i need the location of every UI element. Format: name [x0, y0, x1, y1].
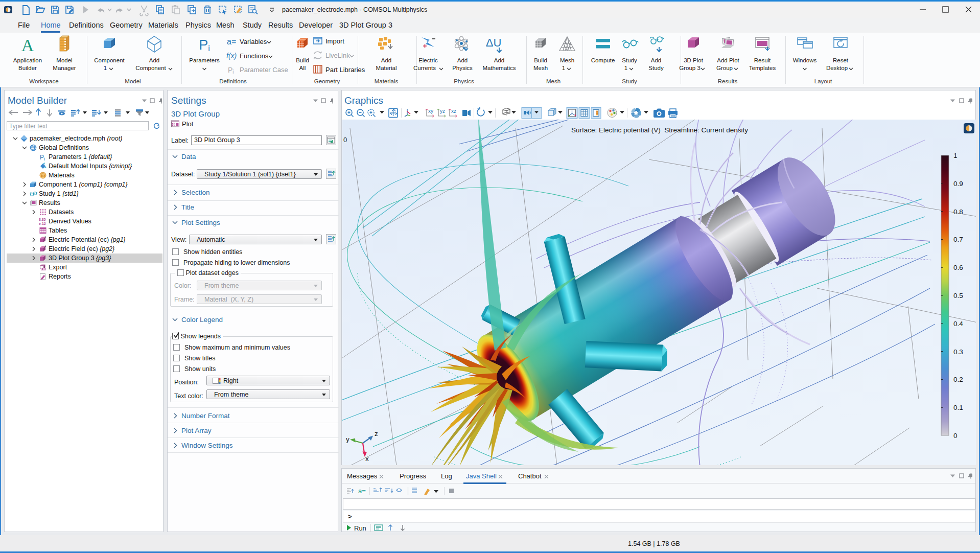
svg-text:Geometry: Geometry	[314, 78, 340, 84]
svg-text:*: *	[44, 236, 46, 240]
svg-text:0.5: 0.5	[953, 292, 963, 299]
svg-text:Parameters: Parameters	[189, 57, 220, 63]
svg-text:*: *	[44, 245, 46, 249]
svg-text:Component: Component	[135, 65, 166, 71]
svg-text:a=: a=	[227, 37, 236, 46]
svg-text:Group: Group	[716, 65, 733, 71]
svg-text:Pi: Pi	[228, 66, 234, 75]
svg-text:0.6: 0.6	[953, 264, 963, 271]
svg-text:Group 3: Group 3	[679, 65, 701, 71]
svg-text:Part Libraries: Part Libraries	[325, 66, 365, 74]
svg-text:0.9: 0.9	[953, 180, 963, 188]
svg-text:xy: xy	[428, 108, 433, 114]
svg-text:yz: yz	[440, 108, 445, 114]
svg-text:0: 0	[953, 432, 958, 440]
svg-text:Physics: Physics	[452, 65, 473, 71]
svg-text:Compute: Compute	[591, 57, 615, 63]
svg-text:P: P	[40, 154, 44, 161]
svg-text:Variables: Variables	[240, 38, 267, 45]
svg-text:Electric: Electric	[418, 57, 438, 63]
svg-text:Mesh: Mesh	[560, 57, 574, 63]
svg-text:Study: Study	[622, 78, 637, 84]
svg-text:e-12: e-12	[39, 222, 46, 225]
svg-text:Model: Model	[125, 78, 141, 84]
svg-text:xz: xz	[451, 108, 456, 114]
svg-text:a=: a=	[358, 487, 366, 495]
svg-text:Model: Model	[56, 57, 72, 63]
svg-text:A: A	[21, 36, 34, 55]
svg-text:Mesh: Mesh	[533, 65, 548, 71]
svg-text:Add: Add	[381, 57, 391, 63]
svg-text:1: 1	[104, 65, 107, 71]
svg-text:0.2: 0.2	[953, 376, 963, 383]
svg-text:Add: Add	[651, 57, 661, 63]
svg-text:pacemaker_electrode.mph - COMS: pacemaker_electrode.mph - COMSOL Multiph…	[282, 6, 427, 13]
svg-text:3D Plot: 3D Plot	[684, 57, 704, 63]
svg-text:Add: Add	[457, 57, 468, 63]
svg-text:Component: Component	[94, 57, 125, 63]
svg-text:Import: Import	[325, 37, 344, 45]
svg-text:0.1: 0.1	[953, 404, 963, 411]
svg-text:Reset: Reset	[833, 57, 849, 63]
svg-text:ΔU: ΔU	[486, 36, 502, 49]
svg-text:Templates: Templates	[749, 65, 776, 71]
svg-text:y: y	[346, 435, 349, 443]
svg-text:Run: Run	[354, 524, 366, 532]
svg-text:1: 1	[624, 65, 627, 71]
svg-text:Manager: Manager	[53, 65, 76, 71]
svg-text:1: 1	[562, 65, 565, 71]
svg-text:Windows: Windows	[793, 57, 817, 63]
svg-text:Mathematics: Mathematics	[482, 65, 516, 71]
svg-text:Builder: Builder	[18, 65, 37, 71]
svg-text:Material: Material	[376, 65, 397, 71]
svg-text:LiveLink: LiveLink	[325, 52, 350, 59]
svg-text:1: 1	[953, 152, 958, 159]
svg-text:0.4: 0.4	[953, 320, 963, 328]
svg-text:0: 0	[343, 136, 347, 144]
svg-text:0.8: 0.8	[953, 208, 963, 216]
svg-text:Functions: Functions	[240, 52, 269, 60]
svg-text:Application: Application	[13, 57, 42, 63]
svg-text:Study: Study	[648, 65, 664, 71]
svg-text:Physics: Physics	[454, 78, 474, 84]
svg-text:0.7: 0.7	[953, 236, 963, 243]
svg-text:0.3: 0.3	[953, 348, 963, 356]
svg-text:Add Plot: Add Plot	[717, 57, 739, 63]
svg-text:i: i	[44, 156, 45, 161]
svg-text:Definitions: Definitions	[219, 78, 247, 84]
svg-text:Add: Add	[149, 57, 159, 63]
svg-text:Parameter Case: Parameter Case	[240, 66, 288, 74]
svg-text:Desktop: Desktop	[826, 65, 848, 71]
svg-text:Result: Result	[754, 57, 771, 63]
svg-text:z: z	[375, 430, 378, 437]
svg-text:Layout: Layout	[814, 78, 832, 84]
svg-text:Study: Study	[622, 57, 637, 63]
svg-text:x: x	[365, 455, 369, 463]
svg-text:Results: Results	[718, 78, 738, 84]
svg-text:f(x): f(x)	[226, 52, 237, 60]
svg-text:Workspace: Workspace	[29, 78, 58, 84]
svg-text:Build: Build	[534, 57, 547, 63]
svg-text:Currents: Currents	[413, 65, 436, 71]
svg-text:Surface: Electric potential (V: Surface: Electric potential (V) Streamli…	[571, 126, 748, 134]
svg-text:Pi: Pi	[199, 37, 210, 53]
svg-text:8.85: 8.85	[39, 218, 45, 221]
svg-text:Mesh: Mesh	[546, 78, 561, 84]
svg-text:All: All	[299, 65, 306, 71]
svg-text:Add: Add	[494, 57, 504, 63]
svg-text:Materials: Materials	[375, 78, 399, 84]
svg-text:Build: Build	[296, 57, 309, 63]
